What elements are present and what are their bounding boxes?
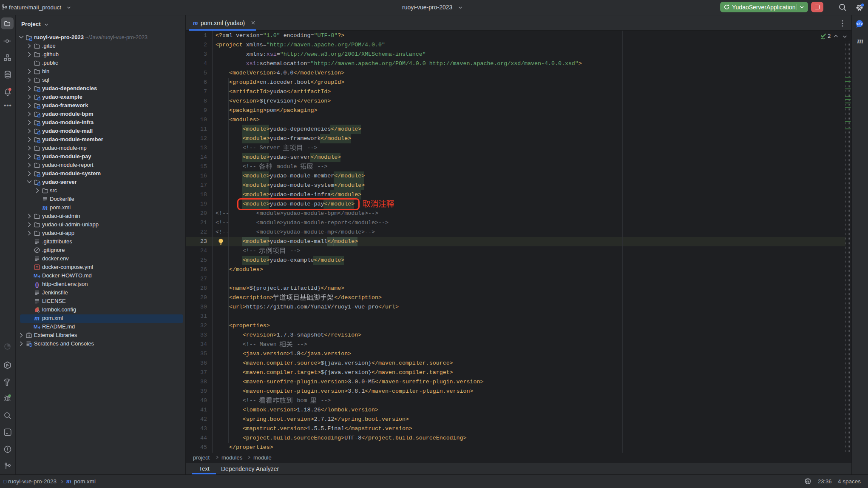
svg-text:M: M bbox=[34, 273, 38, 278]
svg-text:M: M bbox=[34, 324, 38, 329]
svg-text:</>: </> bbox=[857, 22, 863, 26]
svg-text:Y: Y bbox=[36, 265, 38, 269]
svg-text:{}: {} bbox=[35, 282, 39, 288]
